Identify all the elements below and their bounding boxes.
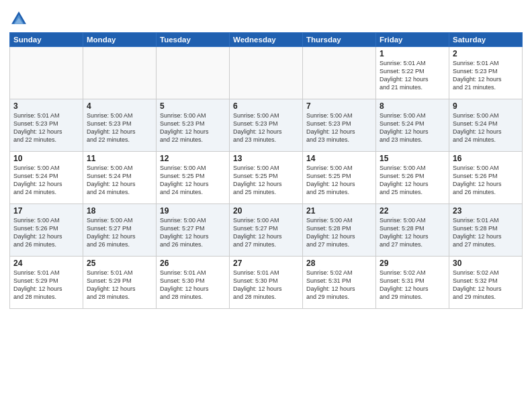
day-info: Sunrise: 5:01 AM Sunset: 5:22 PM Dayligh… — [380, 59, 445, 92]
calendar-header-saturday: Saturday — [449, 33, 523, 47]
day-info: Sunrise: 5:00 AM Sunset: 5:25 PM Dayligh… — [233, 164, 299, 197]
calendar-cell: 10Sunrise: 5:00 AM Sunset: 5:24 PM Dayli… — [10, 152, 83, 204]
calendar-cell: 5Sunrise: 5:00 AM Sunset: 5:23 PM Daylig… — [157, 99, 230, 152]
day-number: 2 — [453, 49, 519, 58]
calendar-header-wednesday: Wednesday — [230, 33, 303, 47]
day-info: Sunrise: 5:00 AM Sunset: 5:23 PM Dayligh… — [306, 111, 372, 144]
page: SundayMondayTuesdayWednesdayThursdayFrid… — [0, 0, 532, 411]
calendar-week-2: 3Sunrise: 5:01 AM Sunset: 5:23 PM Daylig… — [10, 99, 523, 152]
day-info: Sunrise: 5:00 AM Sunset: 5:26 PM Dayligh… — [380, 164, 445, 197]
day-number: 25 — [87, 259, 152, 268]
calendar-cell: 14Sunrise: 5:00 AM Sunset: 5:25 PM Dayli… — [303, 152, 376, 204]
day-number: 20 — [233, 206, 299, 216]
calendar-cell: 17Sunrise: 5:00 AM Sunset: 5:26 PM Dayli… — [10, 204, 83, 257]
calendar-cell: 6Sunrise: 5:00 AM Sunset: 5:23 PM Daylig… — [230, 99, 303, 152]
calendar-cell: 9Sunrise: 5:00 AM Sunset: 5:24 PM Daylig… — [449, 99, 523, 152]
day-info: Sunrise: 5:01 AM Sunset: 5:28 PM Dayligh… — [453, 216, 519, 249]
day-info: Sunrise: 5:01 AM Sunset: 5:30 PM Dayligh… — [160, 269, 226, 302]
calendar-cell: 3Sunrise: 5:01 AM Sunset: 5:23 PM Daylig… — [10, 99, 83, 152]
calendar-cell: 21Sunrise: 5:00 AM Sunset: 5:28 PM Dayli… — [303, 204, 376, 257]
day-number: 27 — [233, 259, 299, 268]
day-info: Sunrise: 5:00 AM Sunset: 5:23 PM Dayligh… — [160, 111, 226, 144]
calendar-week-4: 17Sunrise: 5:00 AM Sunset: 5:26 PM Dayli… — [10, 204, 523, 257]
calendar-cell: 25Sunrise: 5:01 AM Sunset: 5:29 PM Dayli… — [83, 257, 157, 309]
calendar-cell: 8Sunrise: 5:00 AM Sunset: 5:24 PM Daylig… — [376, 99, 449, 152]
calendar-cell: 27Sunrise: 5:01 AM Sunset: 5:30 PM Dayli… — [230, 257, 303, 309]
day-number: 19 — [160, 206, 226, 216]
day-number: 15 — [380, 154, 445, 163]
day-info: Sunrise: 5:01 AM Sunset: 5:23 PM Dayligh… — [13, 111, 79, 144]
calendar-cell: 29Sunrise: 5:02 AM Sunset: 5:31 PM Dayli… — [376, 257, 449, 309]
calendar-cell: 15Sunrise: 5:00 AM Sunset: 5:26 PM Dayli… — [376, 152, 449, 204]
day-number: 6 — [233, 101, 299, 111]
calendar-cell: 18Sunrise: 5:00 AM Sunset: 5:27 PM Dayli… — [83, 204, 157, 257]
day-info: Sunrise: 5:00 AM Sunset: 5:25 PM Dayligh… — [306, 164, 372, 197]
day-number: 5 — [160, 101, 226, 111]
day-info: Sunrise: 5:00 AM Sunset: 5:27 PM Dayligh… — [87, 216, 152, 249]
calendar-cell: 13Sunrise: 5:00 AM Sunset: 5:25 PM Dayli… — [230, 152, 303, 204]
day-number: 9 — [453, 101, 519, 111]
calendar-header-monday: Monday — [83, 33, 157, 47]
day-info: Sunrise: 5:01 AM Sunset: 5:23 PM Dayligh… — [453, 59, 519, 92]
day-info: Sunrise: 5:00 AM Sunset: 5:27 PM Dayligh… — [160, 216, 226, 249]
calendar-cell: 22Sunrise: 5:00 AM Sunset: 5:28 PM Dayli… — [376, 204, 449, 257]
day-number: 21 — [306, 206, 372, 216]
day-number: 26 — [160, 259, 226, 268]
calendar-cell: 1Sunrise: 5:01 AM Sunset: 5:22 PM Daylig… — [376, 47, 449, 99]
calendar-cell: 16Sunrise: 5:00 AM Sunset: 5:26 PM Dayli… — [449, 152, 523, 204]
day-info: Sunrise: 5:01 AM Sunset: 5:30 PM Dayligh… — [233, 269, 299, 302]
calendar-header-tuesday: Tuesday — [157, 33, 230, 47]
day-info: Sunrise: 5:01 AM Sunset: 5:29 PM Dayligh… — [87, 269, 152, 302]
calendar: SundayMondayTuesdayWednesdayThursdayFrid… — [9, 32, 523, 309]
header — [9, 7, 523, 28]
day-number: 13 — [233, 154, 299, 163]
day-info: Sunrise: 5:00 AM Sunset: 5:27 PM Dayligh… — [233, 216, 299, 249]
calendar-cell: 12Sunrise: 5:00 AM Sunset: 5:25 PM Dayli… — [157, 152, 230, 204]
calendar-cell: 28Sunrise: 5:02 AM Sunset: 5:31 PM Dayli… — [303, 257, 376, 309]
day-info: Sunrise: 5:00 AM Sunset: 5:24 PM Dayligh… — [380, 111, 445, 144]
day-number: 18 — [87, 206, 152, 216]
day-info: Sunrise: 5:00 AM Sunset: 5:26 PM Dayligh… — [453, 164, 519, 197]
calendar-cell — [10, 47, 83, 99]
calendar-header-sunday: Sunday — [10, 33, 83, 47]
day-info: Sunrise: 5:00 AM Sunset: 5:25 PM Dayligh… — [160, 164, 226, 197]
calendar-cell: 23Sunrise: 5:01 AM Sunset: 5:28 PM Dayli… — [449, 204, 523, 257]
day-number: 12 — [160, 154, 226, 163]
calendar-header-friday: Friday — [376, 33, 449, 47]
day-info: Sunrise: 5:00 AM Sunset: 5:26 PM Dayligh… — [13, 216, 79, 249]
logo — [9, 9, 31, 28]
calendar-cell: 20Sunrise: 5:00 AM Sunset: 5:27 PM Dayli… — [230, 204, 303, 257]
calendar-week-3: 10Sunrise: 5:00 AM Sunset: 5:24 PM Dayli… — [10, 152, 523, 204]
calendar-header-thursday: Thursday — [303, 33, 376, 47]
day-number: 3 — [13, 101, 79, 111]
day-info: Sunrise: 5:00 AM Sunset: 5:28 PM Dayligh… — [380, 216, 445, 249]
calendar-cell: 2Sunrise: 5:01 AM Sunset: 5:23 PM Daylig… — [449, 47, 523, 99]
day-number: 14 — [306, 154, 372, 163]
calendar-cell: 11Sunrise: 5:00 AM Sunset: 5:24 PM Dayli… — [83, 152, 157, 204]
calendar-cell: 7Sunrise: 5:00 AM Sunset: 5:23 PM Daylig… — [303, 99, 376, 152]
day-number: 22 — [380, 206, 445, 216]
calendar-cell: 24Sunrise: 5:01 AM Sunset: 5:29 PM Dayli… — [10, 257, 83, 309]
calendar-header-row: SundayMondayTuesdayWednesdayThursdayFrid… — [10, 33, 523, 47]
calendar-cell: 26Sunrise: 5:01 AM Sunset: 5:30 PM Dayli… — [157, 257, 230, 309]
day-number: 8 — [380, 101, 445, 111]
logo-icon — [9, 9, 28, 28]
day-number: 17 — [13, 206, 79, 216]
calendar-cell — [157, 47, 230, 99]
calendar-cell — [83, 47, 157, 99]
day-info: Sunrise: 5:00 AM Sunset: 5:24 PM Dayligh… — [87, 164, 152, 197]
day-number: 16 — [453, 154, 519, 163]
calendar-cell — [303, 47, 376, 99]
day-number: 30 — [453, 259, 519, 268]
day-info: Sunrise: 5:02 AM Sunset: 5:32 PM Dayligh… — [453, 269, 519, 302]
calendar-week-1: 1Sunrise: 5:01 AM Sunset: 5:22 PM Daylig… — [10, 47, 523, 99]
day-info: Sunrise: 5:00 AM Sunset: 5:23 PM Dayligh… — [233, 111, 299, 144]
calendar-week-5: 24Sunrise: 5:01 AM Sunset: 5:29 PM Dayli… — [10, 257, 523, 309]
day-number: 10 — [13, 154, 79, 163]
day-number: 24 — [13, 259, 79, 268]
day-info: Sunrise: 5:00 AM Sunset: 5:28 PM Dayligh… — [306, 216, 372, 249]
day-info: Sunrise: 5:00 AM Sunset: 5:24 PM Dayligh… — [453, 111, 519, 144]
day-number: 7 — [306, 101, 372, 111]
day-info: Sunrise: 5:00 AM Sunset: 5:23 PM Dayligh… — [87, 111, 152, 144]
day-number: 23 — [453, 206, 519, 216]
